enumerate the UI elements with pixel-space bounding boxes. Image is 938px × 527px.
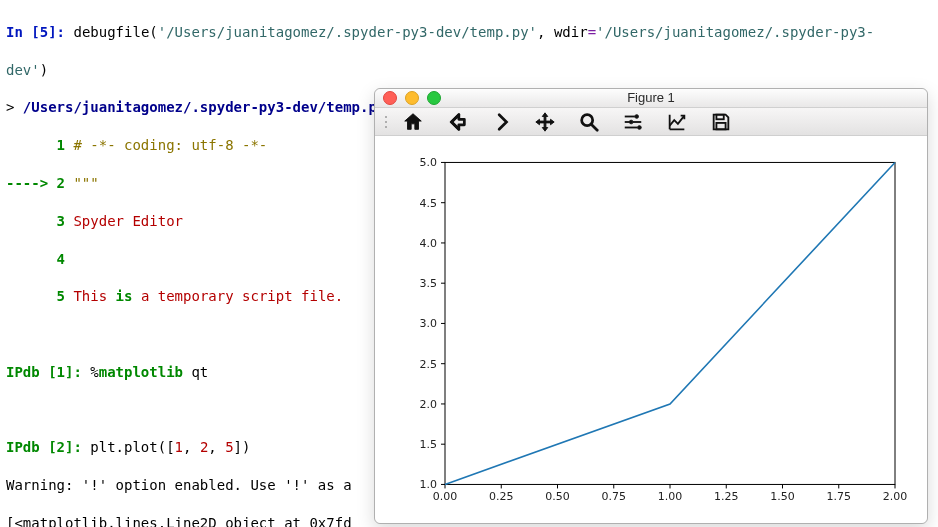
svg-text:0.75: 0.75 xyxy=(602,491,627,504)
forward-icon[interactable] xyxy=(489,110,513,134)
svg-point-5 xyxy=(629,120,633,124)
window-controls xyxy=(375,91,441,105)
svg-text:0.50: 0.50 xyxy=(545,491,570,504)
svg-text:2.5: 2.5 xyxy=(420,358,438,371)
plot-canvas[interactable]: 1.01.52.02.53.03.54.04.55.00.000.250.500… xyxy=(375,136,927,523)
svg-rect-10 xyxy=(716,123,725,129)
minimize-icon[interactable] xyxy=(405,91,419,105)
console-line: dev') xyxy=(6,61,932,80)
svg-point-3 xyxy=(635,114,639,118)
zoom-window-icon[interactable] xyxy=(427,91,441,105)
toolbar-grip xyxy=(385,116,387,128)
svg-line-1 xyxy=(592,124,598,130)
svg-text:2.00: 2.00 xyxy=(883,491,908,504)
save-icon[interactable] xyxy=(709,110,733,134)
svg-text:1.5: 1.5 xyxy=(420,438,438,451)
zoom-icon[interactable] xyxy=(577,110,601,134)
svg-text:0.25: 0.25 xyxy=(489,491,514,504)
svg-text:3.0: 3.0 xyxy=(420,318,438,331)
back-icon[interactable] xyxy=(445,110,469,134)
pan-icon[interactable] xyxy=(533,110,557,134)
window-title: Figure 1 xyxy=(375,89,927,107)
svg-text:1.25: 1.25 xyxy=(714,491,739,504)
svg-rect-9 xyxy=(716,114,723,119)
figure-window[interactable]: Figure 1 xyxy=(374,88,928,524)
svg-text:4.5: 4.5 xyxy=(420,197,438,210)
svg-text:2.0: 2.0 xyxy=(420,398,438,411)
window-titlebar[interactable]: Figure 1 xyxy=(375,89,927,108)
subplots-icon[interactable] xyxy=(621,110,645,134)
console-line: In [5]: debugfile('/Users/juanitagomez/.… xyxy=(6,23,932,42)
svg-rect-11 xyxy=(445,163,895,485)
figure-toolbar xyxy=(375,108,927,136)
svg-text:3.5: 3.5 xyxy=(420,277,438,290)
svg-point-8 xyxy=(638,125,642,129)
close-icon[interactable] xyxy=(383,91,397,105)
svg-text:1.50: 1.50 xyxy=(770,491,795,504)
home-icon[interactable] xyxy=(401,110,425,134)
svg-text:1.00: 1.00 xyxy=(658,491,683,504)
svg-text:0.00: 0.00 xyxy=(433,491,458,504)
svg-text:4.0: 4.0 xyxy=(420,237,438,250)
line-chart: 1.01.52.02.53.03.54.04.55.00.000.250.500… xyxy=(387,144,915,517)
axes-icon[interactable] xyxy=(665,110,689,134)
svg-text:5.0: 5.0 xyxy=(420,157,438,170)
svg-text:1.75: 1.75 xyxy=(827,491,852,504)
